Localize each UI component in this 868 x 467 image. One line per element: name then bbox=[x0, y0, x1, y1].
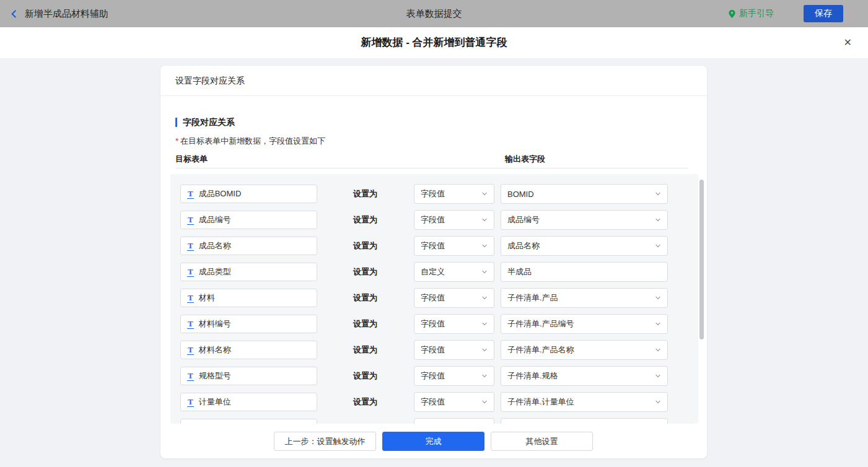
section-title: 字段对应关系 bbox=[175, 118, 235, 127]
beginner-guide-label: 新手引导 bbox=[739, 8, 774, 19]
mapping-row: T 材料名称 设置为 字段值 子件清单.产品名称 bbox=[170, 340, 698, 360]
value-select[interactable]: 子件清单.规格 bbox=[501, 366, 668, 386]
value-select-value: 子件清单.规格 bbox=[507, 370, 558, 382]
value-chevron-down-icon bbox=[655, 373, 661, 379]
mode-chevron-down-icon bbox=[481, 243, 488, 249]
mode-select[interactable] bbox=[414, 418, 494, 424]
mapping-row: T 材料编号 设置为 字段值 子件清单.产品编号 bbox=[170, 314, 698, 334]
value-select-value: 半成品 bbox=[507, 266, 532, 277]
target-field-label: 成品类型 bbox=[199, 266, 231, 277]
prev-step-button[interactable]: 上一步：设置触发动作 bbox=[274, 432, 376, 451]
mode-select-value: 字段值 bbox=[421, 344, 445, 356]
set-as-label: 设置为 bbox=[353, 392, 377, 412]
settings-card: 设置字段对应关系 字段对应关系 *在目标表单中新增数据，字段值设置如下 目标表单… bbox=[160, 66, 707, 458]
value-select[interactable]: 子件清单.产品名称 bbox=[501, 340, 668, 360]
target-field-input[interactable]: T 成品名称 bbox=[180, 237, 317, 255]
mode-select-value: 字段值 bbox=[421, 292, 445, 303]
set-as-label: 设置为 bbox=[353, 236, 377, 256]
target-field-label: 材料 bbox=[199, 292, 215, 303]
text-field-icon: T bbox=[187, 320, 194, 329]
target-field-input[interactable]: T 规格型号 bbox=[180, 367, 317, 385]
mapping-row: T 成品BOMID 设置为 字段值 BOMID bbox=[170, 184, 698, 204]
target-field-input[interactable]: T bbox=[180, 419, 317, 424]
value-chevron-down-icon bbox=[655, 399, 661, 405]
mode-chevron-down-icon bbox=[481, 399, 488, 405]
value-select[interactable]: 子件清单.产品 bbox=[501, 288, 668, 308]
target-field-input[interactable]: T 成品BOMID bbox=[180, 185, 317, 203]
mode-select-value: 字段值 bbox=[421, 240, 445, 251]
mapping-row: T 成品编号 设置为 字段值 成品编号 bbox=[170, 210, 698, 230]
save-button[interactable]: 保存 bbox=[804, 5, 843, 22]
mode-select[interactable]: 字段值 bbox=[414, 366, 494, 386]
target-field-input[interactable]: T 材料 bbox=[180, 289, 317, 307]
topbar-right: 新手引导 保存 bbox=[728, 0, 843, 27]
text-field-icon: T bbox=[187, 398, 194, 407]
value-select[interactable]: 子件清单.计量单位 bbox=[501, 392, 668, 412]
target-field-label: 材料名称 bbox=[199, 344, 231, 356]
mode-chevron-down-icon bbox=[481, 347, 488, 353]
value-chevron-down-icon bbox=[655, 295, 661, 301]
mode-select[interactable]: 字段值 bbox=[414, 314, 494, 334]
mode-select[interactable]: 字段值 bbox=[414, 340, 494, 360]
target-field-input[interactable]: T 计量单位 bbox=[180, 393, 317, 411]
mode-select-value: 字段值 bbox=[421, 318, 445, 330]
mode-select[interactable]: 字段值 bbox=[414, 184, 494, 204]
column-header-output-field: 输出表字段 bbox=[505, 154, 545, 165]
content-area: 设置字段对应关系 字段对应关系 *在目标表单中新增数据，字段值设置如下 目标表单… bbox=[0, 58, 868, 467]
target-field-label: 成品编号 bbox=[199, 214, 231, 225]
target-field-label: 计量单位 bbox=[199, 396, 231, 408]
back-button[interactable] bbox=[9, 9, 19, 19]
value-select-value: BOMID bbox=[507, 190, 534, 199]
set-as-label: 设置为 bbox=[353, 262, 377, 282]
beginner-guide-link[interactable]: 新手引导 bbox=[728, 8, 774, 19]
mode-select[interactable]: 字段值 bbox=[414, 210, 494, 230]
mode-select[interactable]: 字段值 bbox=[414, 288, 494, 308]
value-select[interactable]: BOMID bbox=[501, 184, 668, 204]
mapping-row: T 计量单位 设置为 字段值 子件清单.计量单位 bbox=[170, 392, 698, 412]
value-select-value: 成品名称 bbox=[507, 240, 540, 251]
set-as-label: 设置为 bbox=[353, 314, 377, 334]
other-settings-button[interactable]: 其他设置 bbox=[491, 432, 593, 451]
column-header-target-form: 目标表单 bbox=[175, 154, 208, 165]
mapping-list: T 成品BOMID 设置为 字段值 BOMID T 成品编号 设置为 字段值 成… bbox=[170, 174, 698, 424]
text-field-icon: T bbox=[187, 268, 194, 277]
mode-select[interactable]: 字段值 bbox=[414, 392, 494, 412]
text-field-icon: T bbox=[187, 346, 194, 355]
value-chevron-down-icon bbox=[655, 217, 661, 223]
location-pin-icon bbox=[728, 9, 736, 19]
text-field-icon: T bbox=[187, 294, 194, 303]
value-select-value: 子件清单.产品 bbox=[507, 292, 558, 303]
value-select[interactable]: 子件清单.产品编号 bbox=[501, 314, 668, 334]
value-select[interactable]: 成品名称 bbox=[501, 236, 668, 256]
target-field-input[interactable]: T 材料编号 bbox=[180, 315, 317, 333]
scrollbar-thumb[interactable] bbox=[699, 180, 704, 339]
value-select[interactable]: 半成品 bbox=[501, 262, 668, 282]
mode-select[interactable]: 字段值 bbox=[414, 236, 494, 256]
mode-select-value: 字段值 bbox=[421, 188, 445, 199]
mode-select-value: 字段值 bbox=[421, 370, 445, 382]
page-title: 新增半成品材料辅助 bbox=[25, 8, 108, 20]
mapping-row: T 成品名称 设置为 字段值 成品名称 bbox=[170, 236, 698, 256]
value-select-value: 成品编号 bbox=[507, 214, 540, 225]
mode-chevron-down-icon bbox=[481, 217, 488, 223]
value-select[interactable]: 成品编号 bbox=[501, 210, 668, 230]
mode-chevron-down-icon bbox=[481, 321, 488, 327]
target-field-input[interactable]: T 成品类型 bbox=[180, 263, 317, 281]
card-header-title: 设置字段对应关系 bbox=[160, 66, 707, 96]
target-field-label: 成品名称 bbox=[199, 240, 231, 251]
close-icon[interactable]: ✕ bbox=[844, 27, 852, 58]
mode-select[interactable]: 自定义 bbox=[414, 262, 494, 282]
mode-chevron-down-icon bbox=[481, 295, 488, 301]
mode-chevron-down-icon bbox=[481, 373, 488, 379]
required-asterisk: * bbox=[175, 136, 178, 146]
value-select[interactable] bbox=[501, 418, 668, 424]
done-button[interactable]: 完成 bbox=[382, 432, 484, 451]
target-field-input[interactable]: T 材料名称 bbox=[180, 341, 317, 359]
hint-text: *在目标表单中新增数据，字段值设置如下 bbox=[175, 136, 325, 147]
mode-select-value: 字段值 bbox=[421, 396, 445, 408]
value-chevron-down-icon bbox=[655, 321, 661, 327]
column-divider bbox=[175, 168, 688, 168]
target-field-input[interactable]: T 成品编号 bbox=[180, 211, 317, 229]
target-field-label: 材料编号 bbox=[199, 318, 231, 330]
mode-select-value: 字段值 bbox=[421, 214, 445, 225]
